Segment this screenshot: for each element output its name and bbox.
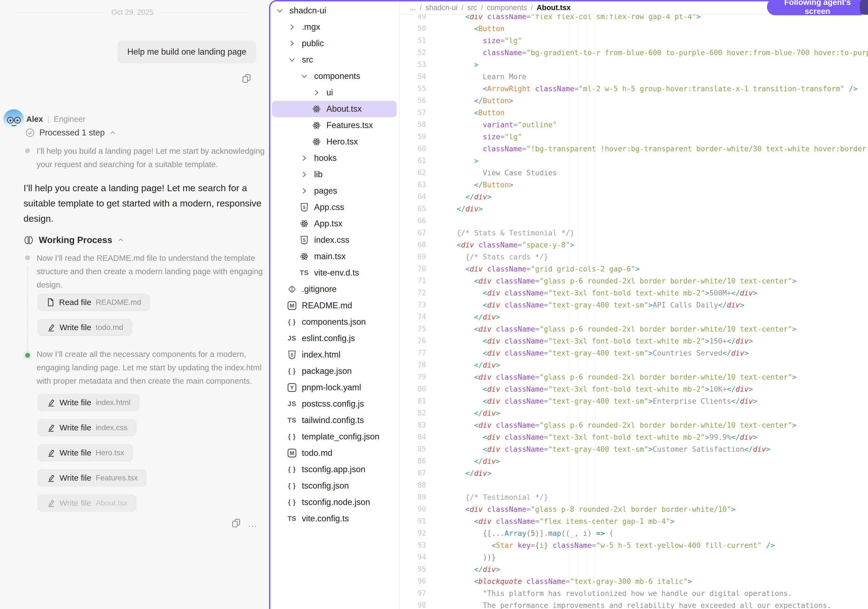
write-file-todo.md-button[interactable]: Write filetodo.md <box>38 319 132 336</box>
chevron-right-icon <box>287 40 297 47</box>
tree-item-README.md[interactable]: MREADME.md <box>272 298 397 314</box>
pencil-icon <box>46 448 55 457</box>
svg-text:5: 5 <box>303 238 305 243</box>
write-file-index.html-button[interactable]: Write fileindex.html <box>38 394 139 411</box>
tree-item-vite.config.ts[interactable]: TSvite.config.ts <box>272 510 397 527</box>
tree-item-pnpm-lock.yaml[interactable]: Ypnpm-lock.yaml <box>272 379 397 396</box>
tree-item-shadcn-ui[interactable]: shadcn-ui <box>272 3 397 19</box>
processed-steps-label: Processed 1 step <box>39 128 105 138</box>
code-text: <blockquote className="text-gray-300 mb-… <box>439 577 692 586</box>
tree-item-label: About.tsx <box>326 104 362 114</box>
breadcrumb-separator: / <box>461 3 463 12</box>
breadcrumb-item[interactable]: components <box>487 3 527 12</box>
more-actions-button[interactable]: ... <box>248 518 257 529</box>
tree-item-postcss.config.js[interactable]: JSpostcss.config.js <box>272 396 397 412</box>
tree-item-components.json[interactable]: { }components.json <box>272 314 397 330</box>
action-filename: Hero.tsx <box>96 448 124 457</box>
tree-item-package.json[interactable]: { }package.json <box>272 363 397 379</box>
line-number: 51 <box>400 36 426 45</box>
tree-item-App.css[interactable]: 5App.css <box>272 199 397 215</box>
line-number: 55 <box>400 84 426 93</box>
code-line-59: 59 size="lg" <box>400 130 868 143</box>
tree-item-template_config.json[interactable]: { }template_config.json <box>272 428 397 445</box>
chevron-down-icon <box>287 56 297 64</box>
code-line-92: 92 {[...Array(5)].map((_, i) => ( <box>400 527 868 539</box>
tree-item-tsconfig.app.json[interactable]: { }tsconfig.app.json <box>272 461 397 478</box>
write-file-Features.tsx-button[interactable]: Write fileFeatures.tsx <box>38 470 146 487</box>
tree-item-label: tsconfig.app.json <box>302 465 366 474</box>
tree-item-components[interactable]: components <box>272 68 397 84</box>
action-filename: index.html <box>96 398 130 407</box>
tree-item-todo.md[interactable]: Mtodo.md <box>272 445 397 461</box>
tree-item-main.tsx[interactable]: main.tsx <box>272 248 397 265</box>
tree-item-label: pages <box>314 186 337 196</box>
tree-item-Hero.tsx[interactable]: Hero.tsx <box>272 133 397 150</box>
working-process-toggle[interactable]: Working Process <box>23 235 124 245</box>
code-text: </Button> <box>439 181 513 189</box>
write-file-index.css-button[interactable]: Write fileindex.css <box>38 419 136 436</box>
tree-item-eslint.config.js[interactable]: JSeslint.config.js <box>272 330 397 347</box>
line-number: 57 <box>400 108 426 116</box>
tree-item-About.tsx[interactable]: About.tsx <box>272 101 397 117</box>
tree-item-label: ui <box>326 88 333 98</box>
tree-item-index.html[interactable]: 5index.html <box>272 347 397 363</box>
tree-item-label: App.css <box>314 202 344 212</box>
tree-item-label: eslint.config.js <box>302 333 355 343</box>
file-ts-icon: TS <box>287 515 297 522</box>
code-line-73: 73 <div className="text-gray-400 text-sm… <box>400 299 868 311</box>
code-text: <div className="glass p-6 rounded-2xl bo… <box>439 373 797 381</box>
line-number: 97 <box>400 589 426 597</box>
code-line-74: 74 </div> <box>400 311 868 323</box>
code-line-85: 85 <div className="text-gray-400 text-sm… <box>400 443 868 455</box>
breadcrumb-item[interactable]: shadcn-ui <box>426 3 457 12</box>
line-number: 71 <box>400 277 426 285</box>
tree-item-App.tsx[interactable]: App.tsx <box>272 215 397 232</box>
tree-item-label: todo.md <box>302 448 332 458</box>
tree-item-src[interactable]: src <box>272 52 397 68</box>
line-number: 82 <box>400 409 426 417</box>
tree-item-label: components <box>314 71 360 81</box>
tree-item-lib[interactable]: lib <box>272 166 397 183</box>
edge-partial-button[interactable]: E <box>860 0 868 15</box>
code-line-80: 80 <div className="text-3xl font-bold te… <box>400 383 868 395</box>
line-number: 81 <box>400 397 426 405</box>
copy-message-button[interactable] <box>243 74 251 84</box>
line-number: 75 <box>400 325 426 333</box>
code-content[interactable]: 49 <div className="flex flex-col sm:flex… <box>400 10 868 609</box>
tree-item-tsconfig.node.json[interactable]: { }tsconfig.node.json <box>272 494 397 510</box>
tree-item-label: index.css <box>314 235 349 245</box>
file-md-icon: M <box>287 301 297 310</box>
line-number: 62 <box>400 169 426 177</box>
tree-item-vite-env.d.ts[interactable]: TSvite-env.d.ts <box>272 265 397 281</box>
breadcrumb-item[interactable]: About.tsx <box>537 3 571 12</box>
tree-item-label: .gitignore <box>302 284 337 294</box>
file-react-icon <box>312 104 321 114</box>
tree-item-index.css[interactable]: 5index.css <box>272 232 397 248</box>
breadcrumb-item[interactable]: src <box>467 3 477 12</box>
tree-item-.gitignore[interactable]: .gitignore <box>272 281 397 298</box>
write-file-About.tsx-button[interactable]: Write fileAbout.tsx <box>38 494 136 511</box>
file-json-icon: { } <box>287 433 297 440</box>
code-text: className="!bg-transparent !hover:bg-tra… <box>439 144 868 153</box>
file-markup5-icon: 5 <box>299 236 309 245</box>
line-number: 83 <box>400 421 426 429</box>
tree-item-hooks[interactable]: hooks <box>272 150 397 166</box>
tree-item-Features.tsx[interactable]: Features.tsx <box>272 117 397 133</box>
code-text: "This platform has revolutionized how we… <box>439 589 792 598</box>
copy-response-button[interactable] <box>232 519 241 529</box>
following-agent-screen-button[interactable]: Following agent's screen <box>767 0 868 15</box>
tree-item-tailwind.config.ts[interactable]: TStailwind.config.ts <box>272 412 397 428</box>
tree-item-pages[interactable]: pages <box>272 183 397 199</box>
code-line-88: 88 <box>400 479 868 491</box>
tree-item-ui[interactable]: ui <box>272 84 397 101</box>
write-file-Hero.tsx-button[interactable]: Write fileHero.tsx <box>38 444 133 461</box>
processed-steps-toggle[interactable]: Processed 1 step <box>25 128 116 138</box>
breadcrumb-item[interactable]: ... <box>410 3 416 12</box>
code-text: <div className="glass p-6 rounded-2xl bo… <box>439 277 797 285</box>
code-line-77: 77 <div className="text-gray-400 text-sm… <box>400 347 868 359</box>
tree-item-tsconfig.json[interactable]: { }tsconfig.json <box>272 478 397 494</box>
read-file-README.md-button[interactable]: Read fileREADME.md <box>38 294 150 311</box>
tree-item-label: tsconfig.node.json <box>302 497 370 507</box>
tree-item-public[interactable]: public <box>272 35 397 52</box>
tree-item-.mgx[interactable]: .mgx <box>272 19 397 35</box>
